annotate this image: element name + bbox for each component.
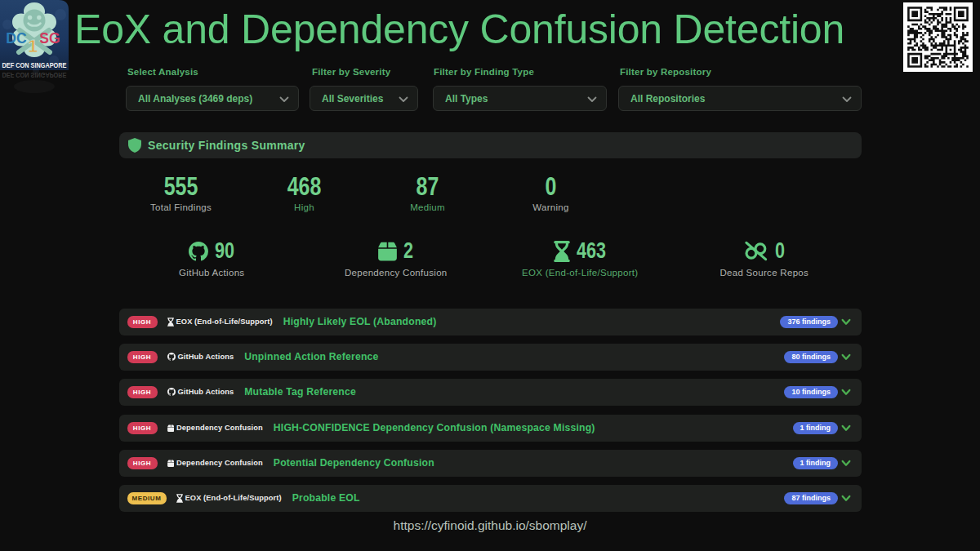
svg-text:DC: DC	[6, 30, 27, 47]
svg-text:DEF CON SINGAPORE: DEF CON SINGAPORE	[2, 61, 67, 69]
svg-text:1: 1	[28, 36, 38, 56]
svg-text:SG: SG	[39, 30, 60, 47]
svg-text:DEF CON SINGAPORE: DEF CON SINGAPORE	[2, 71, 67, 79]
